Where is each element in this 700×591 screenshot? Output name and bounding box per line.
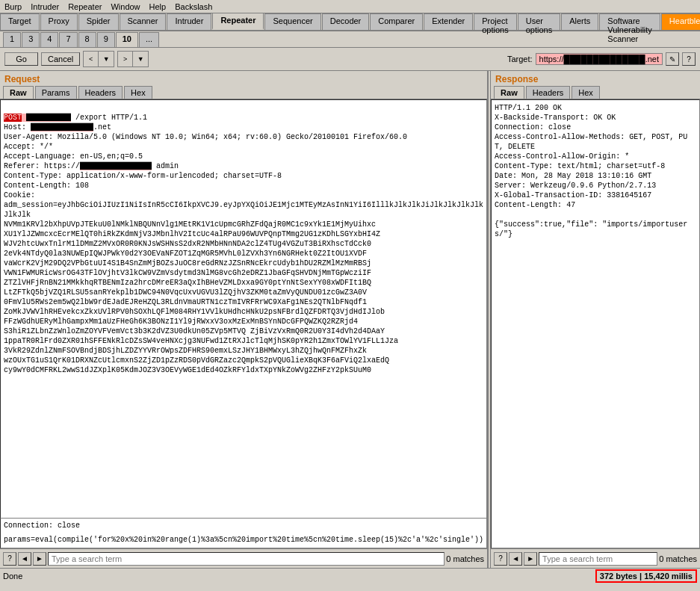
menu-window[interactable]: Window <box>106 1 144 12</box>
search-prev-left[interactable]: ◄ <box>18 552 31 566</box>
menu-repeater[interactable]: Repeater <box>64 1 106 12</box>
nav-group-back: < ▼ <box>83 51 114 67</box>
target-url: https://██████████████.net <box>536 53 663 65</box>
tab-spider[interactable]: Spider <box>78 13 119 30</box>
search-prev-right[interactable]: ◄ <box>509 552 522 566</box>
response-tab-headers[interactable]: Headers <box>526 86 571 99</box>
target-edit-button[interactable]: ✎ <box>666 52 679 66</box>
tab-scanner[interactable]: Scanner <box>120 13 167 30</box>
menu-intruder[interactable]: Intruder <box>26 1 64 12</box>
main-tab-bar: Target Proxy Spider Scanner Intruder Rep… <box>0 13 700 31</box>
tab-heartbleed[interactable]: Heartbleed <box>661 13 700 30</box>
target-label: Target: <box>507 55 533 64</box>
menu-bar: Burp Intruder Repeater Window Help Backs… <box>0 0 700 13</box>
search-help-right[interactable]: ? <box>494 552 507 566</box>
menu-burp[interactable]: Burp <box>0 1 26 12</box>
cancel-button[interactable]: Cancel <box>41 52 80 66</box>
search-input-left[interactable] <box>48 552 445 566</box>
tab-comparer[interactable]: Comparer <box>370 13 423 30</box>
search-input-right[interactable] <box>539 552 657 566</box>
sub-tab-3[interactable]: 3 <box>22 32 40 47</box>
request-content[interactable]: POST ██████████ /export HTTP/1.1 Host: █… <box>0 99 487 519</box>
response-tab-hex[interactable]: Hex <box>572 86 600 99</box>
response-panel: Response Raw Headers Hex HTTP/1.1 200 OK… <box>491 71 700 568</box>
go-button[interactable]: Go <box>4 52 38 66</box>
tab-target[interactable]: Target <box>0 13 40 30</box>
sub-tab-7[interactable]: 7 <box>59 32 77 47</box>
request-panel: Request Raw Params Headers Hex POST ████… <box>0 71 488 568</box>
match-count-right: 0 matches <box>659 554 697 563</box>
back-button[interactable]: < <box>84 52 99 66</box>
menu-help[interactable]: Help <box>145 1 171 12</box>
params-line: params=eval(compile('for%20x%20in%20rang… <box>4 536 483 544</box>
response-header: Response <box>491 71 700 86</box>
sub-tab-10[interactable]: 10 <box>116 32 138 47</box>
tab-scanner-vuln[interactable]: Software Vulnerability Scanner <box>599 13 660 30</box>
content-area: Request Raw Params Headers Hex POST ████… <box>0 71 700 568</box>
search-bar-right: ? ◄ ► 0 matches <box>491 548 700 568</box>
request-tab-raw[interactable]: Raw <box>3 86 34 99</box>
target-help-button[interactable]: ? <box>682 52 696 66</box>
status-bar: Done 372 bytes | 15,420 millis <box>0 568 700 583</box>
forward-dropdown[interactable]: ▼ <box>133 52 148 66</box>
tab-proxy[interactable]: Proxy <box>40 13 78 30</box>
response-content[interactable]: HTTP/1.1 200 OK X-Backside-Transport: OK… <box>491 99 700 548</box>
tab-extender[interactable]: Extender <box>424 13 473 30</box>
tab-project-options[interactable]: Project options <box>474 13 516 30</box>
search-next-right[interactable]: ► <box>524 552 537 566</box>
request-tab-headers[interactable]: Headers <box>78 86 123 99</box>
target-bar: Target: https://██████████████.net ✎ ? <box>507 52 696 66</box>
search-bar-left: ? ◄ ► 0 matches <box>0 548 487 568</box>
toolbar: Go Cancel < ▼ > ▼ Target: https://██████… <box>0 48 700 71</box>
match-count-left: 0 matches <box>446 554 484 563</box>
back-dropdown[interactable]: ▼ <box>99 52 114 66</box>
tab-decoder[interactable]: Decoder <box>322 13 370 30</box>
search-next-left[interactable]: ► <box>33 552 46 566</box>
forward-button[interactable]: > <box>118 52 133 66</box>
response-tab-raw[interactable]: Raw <box>494 86 524 99</box>
request-tab-hex[interactable]: Hex <box>124 86 152 99</box>
tab-intruder[interactable]: Intruder <box>167 13 211 30</box>
request-header: Request <box>0 71 487 86</box>
sub-tab-more[interactable]: ... <box>139 32 159 47</box>
request-tab-params[interactable]: Params <box>35 86 77 99</box>
sub-tab-8[interactable]: 8 <box>78 32 96 47</box>
tab-user-options[interactable]: User options <box>518 13 560 30</box>
menu-backslash[interactable]: Backslash <box>170 1 217 12</box>
status-text: Done <box>3 572 595 581</box>
tab-sequencer[interactable]: Sequencer <box>264 13 320 30</box>
request-tabs: Raw Params Headers Hex <box>0 86 487 99</box>
connection-line: Connection: close <box>4 522 483 530</box>
nav-group-forward: > ▼ <box>117 51 149 67</box>
status-right: 372 bytes | 15,420 millis <box>595 569 697 583</box>
sub-tab-1[interactable]: 1 <box>3 32 21 47</box>
search-help-left[interactable]: ? <box>3 552 16 566</box>
tab-repeater[interactable]: Repeater <box>212 13 264 30</box>
sub-tab-4[interactable]: 4 <box>40 32 58 47</box>
tab-alerts[interactable]: Alerts <box>561 13 598 30</box>
response-tabs: Raw Headers Hex <box>491 86 700 99</box>
sub-tab-bar: 1 3 4 7 8 9 10 ... <box>0 31 700 48</box>
sub-tab-9[interactable]: 9 <box>97 32 115 47</box>
request-bottom: Connection: close params=eval(compile('f… <box>0 519 487 548</box>
